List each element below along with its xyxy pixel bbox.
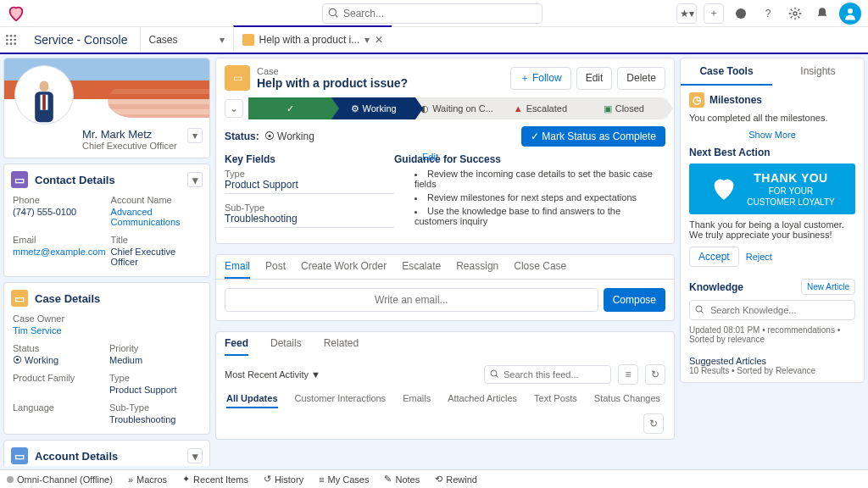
compose-button[interactable]: Compose [604,288,665,312]
edit-button[interactable]: Edit [576,67,613,90]
nav-tab-cases[interactable]: Cases ▾ [140,27,233,53]
tab-close-case[interactable]: Close Case [514,260,566,279]
status-dot-icon [7,476,14,483]
field-label: Title [111,235,201,245]
path-stage-closed[interactable]: ▣Closed [582,97,665,119]
field-label: Type [109,373,201,383]
field-label: Email [13,235,106,245]
notifications-bell-icon[interactable] [812,3,832,24]
field-label: Case Owner [13,313,201,324]
accept-button[interactable]: Accept [689,247,739,267]
feed-refresh-button[interactable]: ↻ [645,364,665,385]
nav-bar: Service - Console Cases ▾ Help with a pr… [0,27,868,54]
sub-tab-customer-interactions[interactable]: Customer Interactions [295,393,387,408]
feed-sort-button[interactable]: Most Recent Activity ▼ [225,369,320,380]
sub-tab-attached-articles[interactable]: Attached Articles [448,393,517,408]
feed-search-input[interactable] [484,365,611,384]
panel-menu-button[interactable]: ▾ [187,172,203,187]
account-details-panel: ▭ Account Details ▾ [3,440,210,466]
field-value: ⦿ Working [13,355,104,366]
svg-point-9 [14,39,16,42]
svg-point-8 [10,39,13,42]
app-launcher-icon[interactable] [0,27,22,53]
util-omni-channel[interactable]: Omni-Channel (Offline) [7,474,113,485]
email-link[interactable]: mmetz@example.com [13,247,106,258]
setup-gear-icon[interactable] [785,3,805,24]
profile-menu-button[interactable]: ▾ [187,128,203,143]
field-label: Sub-Type [109,402,201,413]
svg-point-0 [329,8,336,15]
feed-refresh-bottom-button[interactable]: ↻ [643,413,664,434]
key-fields-edit-link[interactable]: Edit [422,152,438,162]
util-history[interactable]: ↺History [264,474,303,485]
field-label: Product Family [13,373,104,383]
feed-tab-feed[interactable]: Feed [225,337,248,356]
delete-button[interactable]: Delete [617,67,665,90]
knowledge-search-input[interactable] [689,300,855,320]
chevron-down-icon[interactable]: ▾ [359,34,370,46]
salesforce-icon[interactable] [731,3,751,24]
right-tab-case-tools[interactable]: Case Tools [681,58,772,86]
help-icon[interactable]: ? [758,3,778,24]
field-label: Status [13,343,104,353]
tab-reassign[interactable]: Reassign [456,260,498,279]
follow-button[interactable]: ＋ Follow [510,67,571,90]
svg-point-6 [14,35,16,37]
field-label: Sub-Type [225,202,394,213]
search-icon [489,369,499,379]
util-recent-items[interactable]: ✦Recent Items [182,474,248,485]
account-icon: ▭ [11,447,28,464]
chevron-down-icon[interactable]: ▾ [214,34,225,46]
field-value: Product Support [225,179,394,194]
list-item: Use the knowledge base to find answers t… [415,206,665,226]
nav-tab-label: Cases [149,34,178,46]
tab-create-work-order[interactable]: Create Work Order [301,260,387,279]
util-macros[interactable]: »Macros [128,474,167,485]
path-stage-complete[interactable]: ✓ [248,97,331,119]
panel-title: Contact Details [35,174,115,186]
mark-complete-button[interactable]: ✓ Mark Status as Complete [521,126,665,147]
account-link[interactable]: Advanced Communications [111,207,201,228]
new-article-button[interactable]: New Article [801,279,855,295]
sub-tab-emails[interactable]: Emails [403,393,431,408]
global-search-input[interactable] [322,3,542,24]
owner-link[interactable]: Tim Service [13,325,201,336]
compose-input[interactable] [225,288,598,312]
util-notes[interactable]: ✎Notes [384,474,420,485]
feed-tab-related[interactable]: Related [324,337,359,356]
guidance-list: Review the incoming case details to set … [415,169,665,236]
add-button[interactable]: ＋ [704,3,724,24]
favorites-button[interactable]: ★▾ [676,3,697,24]
panel-menu-button[interactable]: ▾ [187,448,203,463]
show-more-link[interactable]: Show More [748,130,796,140]
feed-tab-details[interactable]: Details [270,337,302,356]
sub-tab-status-changes[interactable]: Status Changes [594,393,660,408]
path-stage-working[interactable]: ⚙Working [331,97,415,119]
feed-filter-button[interactable]: ≡ [618,364,638,385]
util-my-cases[interactable]: ≡My Cases [319,474,369,485]
milestones-header: ◷Milestones [689,92,855,108]
path-stage-waiting[interactable]: ◐Waiting on C... [415,97,498,119]
right-tab-insights[interactable]: Insights [772,58,864,86]
case-title: Help with a product issue? [257,76,408,90]
record-type: Case [257,66,408,76]
case-icon: ▭ [11,290,28,307]
heart-icon [709,175,738,203]
highlights-panel: ▭ Case Help with a product issue? ＋ Foll… [215,58,675,244]
sub-tab-text-posts[interactable]: Text Posts [534,393,577,408]
util-rewind[interactable]: ⟲Rewind [435,474,477,485]
sub-tab-all-updates[interactable]: All Updates [226,393,278,408]
close-icon[interactable]: ✕ [370,34,383,46]
profile-name: Mr. Mark Metz [82,128,177,141]
field-label: Account Name [111,195,201,205]
tab-email[interactable]: Email [225,260,250,279]
reject-link[interactable]: Reject [746,252,772,262]
field-label: Type [225,169,394,179]
profile-card: Mr. Mark Metz Chief Executive Officer ▾ [3,58,210,158]
path-expand-button[interactable]: ⌄ [225,99,243,118]
path-stage-escalated[interactable]: ▲Escalated [498,97,581,119]
tab-post[interactable]: Post [265,260,286,279]
tab-escalate[interactable]: Escalate [402,260,441,279]
subtab-case[interactable]: Help with a product i... ▾ ✕ [233,25,392,53]
user-avatar[interactable] [839,3,861,25]
